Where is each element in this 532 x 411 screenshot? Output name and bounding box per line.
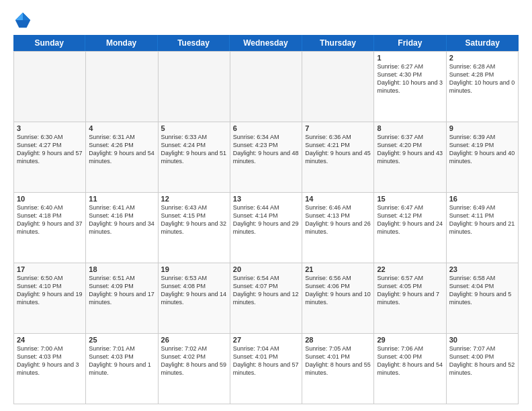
- day-info: Sunrise: 6:33 AM Sunset: 4:24 PM Dayligh…: [161, 133, 227, 166]
- day-info: Sunrise: 6:36 AM Sunset: 4:21 PM Dayligh…: [305, 133, 371, 166]
- calendar-row-5: 24Sunrise: 7:00 AM Sunset: 4:03 PM Dayli…: [14, 334, 519, 404]
- day-info: Sunrise: 6:43 AM Sunset: 4:15 PM Dayligh…: [161, 203, 227, 236]
- day-number: 10: [17, 195, 83, 203]
- calendar-cell: 5Sunrise: 6:33 AM Sunset: 4:24 PM Daylig…: [159, 122, 230, 193]
- calendar-cell: 23Sunrise: 6:58 AM Sunset: 4:04 PM Dayli…: [447, 263, 519, 334]
- calendar-cell: 11Sunrise: 6:41 AM Sunset: 4:16 PM Dayli…: [86, 193, 158, 263]
- calendar-cell: 8Sunrise: 6:37 AM Sunset: 4:20 PM Daylig…: [374, 122, 446, 193]
- calendar-cell: 26Sunrise: 7:02 AM Sunset: 4:02 PM Dayli…: [159, 334, 230, 404]
- calendar-cell: [159, 52, 230, 122]
- day-info: Sunrise: 6:58 AM Sunset: 4:04 PM Dayligh…: [449, 274, 515, 307]
- day-info: Sunrise: 7:02 AM Sunset: 4:02 PM Dayligh…: [161, 345, 227, 377]
- day-number: 18: [89, 265, 154, 273]
- day-number: 15: [377, 195, 443, 203]
- header: [13, 11, 519, 30]
- calendar-row-3: 10Sunrise: 6:40 AM Sunset: 4:18 PM Dayli…: [14, 193, 519, 263]
- day-number: 7: [305, 124, 371, 132]
- day-number: 17: [17, 265, 83, 273]
- day-info: Sunrise: 6:49 AM Sunset: 4:11 PM Dayligh…: [449, 203, 515, 236]
- day-number: 27: [233, 336, 299, 344]
- day-info: Sunrise: 6:37 AM Sunset: 4:20 PM Dayligh…: [377, 133, 443, 166]
- calendar-cell: 2Sunrise: 6:28 AM Sunset: 4:28 PM Daylig…: [447, 52, 519, 122]
- day-info: Sunrise: 6:34 AM Sunset: 4:23 PM Dayligh…: [233, 133, 299, 166]
- calendar-cell: [86, 52, 158, 122]
- calendar-cell: 1Sunrise: 6:27 AM Sunset: 4:30 PM Daylig…: [374, 52, 446, 122]
- day-info: Sunrise: 6:50 AM Sunset: 4:10 PM Dayligh…: [17, 274, 83, 307]
- header-day-sunday: Sunday: [13, 35, 85, 51]
- calendar-cell: 25Sunrise: 7:01 AM Sunset: 4:03 PM Dayli…: [86, 334, 158, 404]
- day-info: Sunrise: 6:51 AM Sunset: 4:09 PM Dayligh…: [89, 274, 154, 307]
- calendar-cell: 24Sunrise: 7:00 AM Sunset: 4:03 PM Dayli…: [14, 334, 86, 404]
- calendar-cell: 28Sunrise: 7:05 AM Sunset: 4:01 PM Dayli…: [302, 334, 374, 404]
- day-number: 16: [449, 195, 515, 203]
- calendar-row-2: 3Sunrise: 6:30 AM Sunset: 4:27 PM Daylig…: [14, 122, 519, 193]
- day-number: 20: [233, 265, 299, 273]
- calendar-row-4: 17Sunrise: 6:50 AM Sunset: 4:10 PM Dayli…: [14, 263, 519, 334]
- logo-icon: [13, 11, 32, 30]
- day-number: 19: [161, 265, 227, 273]
- day-number: 6: [233, 124, 299, 132]
- calendar-cell: 27Sunrise: 7:04 AM Sunset: 4:01 PM Dayli…: [230, 334, 302, 404]
- calendar-cell: 29Sunrise: 7:06 AM Sunset: 4:00 PM Dayli…: [374, 334, 446, 404]
- day-number: 9: [449, 124, 515, 132]
- calendar-cell: 19Sunrise: 6:53 AM Sunset: 4:08 PM Dayli…: [159, 263, 230, 334]
- day-number: 5: [161, 124, 227, 132]
- day-number: 23: [449, 265, 515, 273]
- calendar-body: 1Sunrise: 6:27 AM Sunset: 4:30 PM Daylig…: [13, 51, 519, 404]
- day-number: 8: [377, 124, 443, 132]
- calendar-cell: 7Sunrise: 6:36 AM Sunset: 4:21 PM Daylig…: [302, 122, 374, 193]
- calendar-cell: 18Sunrise: 6:51 AM Sunset: 4:09 PM Dayli…: [86, 263, 158, 334]
- day-number: 4: [89, 124, 154, 132]
- svg-marker-1: [23, 13, 30, 20]
- day-number: 3: [17, 124, 83, 132]
- calendar-cell: 13Sunrise: 6:44 AM Sunset: 4:14 PM Dayli…: [230, 193, 302, 263]
- day-info: Sunrise: 6:56 AM Sunset: 4:06 PM Dayligh…: [305, 274, 371, 307]
- day-number: 26: [161, 336, 227, 344]
- day-number: 30: [449, 336, 515, 344]
- day-number: 13: [233, 195, 299, 203]
- day-info: Sunrise: 6:46 AM Sunset: 4:13 PM Dayligh…: [305, 203, 371, 236]
- calendar-cell: 9Sunrise: 6:39 AM Sunset: 4:19 PM Daylig…: [447, 122, 519, 193]
- day-info: Sunrise: 6:41 AM Sunset: 4:16 PM Dayligh…: [89, 203, 154, 236]
- calendar-cell: 21Sunrise: 6:56 AM Sunset: 4:06 PM Dayli…: [302, 263, 374, 334]
- day-number: 28: [305, 336, 371, 344]
- header-day-monday: Monday: [85, 35, 157, 51]
- day-number: 21: [305, 265, 371, 273]
- day-info: Sunrise: 7:06 AM Sunset: 4:00 PM Dayligh…: [377, 345, 443, 377]
- header-day-thursday: Thursday: [302, 35, 374, 51]
- calendar-cell: 6Sunrise: 6:34 AM Sunset: 4:23 PM Daylig…: [230, 122, 302, 193]
- calendar: SundayMondayTuesdayWednesdayThursdayFrid…: [13, 35, 519, 404]
- day-number: 14: [305, 195, 371, 203]
- day-info: Sunrise: 6:53 AM Sunset: 4:08 PM Dayligh…: [161, 274, 227, 307]
- calendar-cell: 12Sunrise: 6:43 AM Sunset: 4:15 PM Dayli…: [159, 193, 230, 263]
- day-info: Sunrise: 6:39 AM Sunset: 4:19 PM Dayligh…: [449, 133, 515, 166]
- calendar-cell: 20Sunrise: 6:54 AM Sunset: 4:07 PM Dayli…: [230, 263, 302, 334]
- day-number: 11: [89, 195, 154, 203]
- calendar-cell: 10Sunrise: 6:40 AM Sunset: 4:18 PM Dayli…: [14, 193, 86, 263]
- calendar-row-1: 1Sunrise: 6:27 AM Sunset: 4:30 PM Daylig…: [14, 52, 519, 122]
- calendar-cell: 17Sunrise: 6:50 AM Sunset: 4:10 PM Dayli…: [14, 263, 86, 334]
- day-info: Sunrise: 6:31 AM Sunset: 4:26 PM Dayligh…: [89, 133, 154, 166]
- calendar-cell: 16Sunrise: 6:49 AM Sunset: 4:11 PM Dayli…: [447, 193, 519, 263]
- calendar-cell: [14, 52, 86, 122]
- calendar-cell: 30Sunrise: 7:07 AM Sunset: 4:00 PM Dayli…: [447, 334, 519, 404]
- day-number: 29: [377, 336, 443, 344]
- header-day-saturday: Saturday: [447, 35, 519, 51]
- calendar-cell: 15Sunrise: 6:47 AM Sunset: 4:12 PM Dayli…: [374, 193, 446, 263]
- calendar-cell: 4Sunrise: 6:31 AM Sunset: 4:26 PM Daylig…: [86, 122, 158, 193]
- calendar-cell: 22Sunrise: 6:57 AM Sunset: 4:05 PM Dayli…: [374, 263, 446, 334]
- header-day-friday: Friday: [374, 35, 446, 51]
- day-info: Sunrise: 6:30 AM Sunset: 4:27 PM Dayligh…: [17, 133, 83, 166]
- day-info: Sunrise: 7:00 AM Sunset: 4:03 PM Dayligh…: [17, 345, 83, 377]
- day-number: 24: [17, 336, 83, 344]
- calendar-cell: [230, 52, 302, 122]
- day-info: Sunrise: 7:04 AM Sunset: 4:01 PM Dayligh…: [233, 345, 299, 377]
- day-info: Sunrise: 6:27 AM Sunset: 4:30 PM Dayligh…: [377, 62, 443, 95]
- day-number: 1: [377, 54, 443, 62]
- header-day-wednesday: Wednesday: [230, 35, 302, 51]
- day-info: Sunrise: 6:28 AM Sunset: 4:28 PM Dayligh…: [449, 62, 515, 95]
- calendar-header: SundayMondayTuesdayWednesdayThursdayFrid…: [13, 35, 519, 51]
- day-info: Sunrise: 6:57 AM Sunset: 4:05 PM Dayligh…: [377, 274, 443, 307]
- day-info: Sunrise: 7:07 AM Sunset: 4:00 PM Dayligh…: [449, 345, 515, 377]
- calendar-cell: [302, 52, 374, 122]
